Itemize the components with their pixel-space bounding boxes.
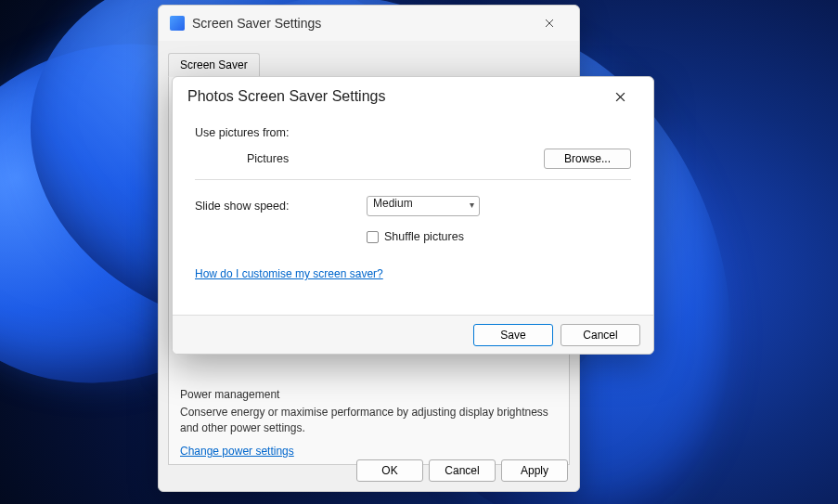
tab-screen-saver[interactable]: Screen Saver	[168, 53, 260, 77]
change-power-settings-link[interactable]: Change power settings	[180, 445, 294, 458]
pictures-folder-name: Pictures	[247, 152, 289, 165]
shuffle-pictures-label: Shuffle pictures	[384, 230, 464, 243]
parent-window-title: Screen Saver Settings	[192, 16, 531, 31]
app-icon	[170, 16, 185, 31]
close-icon	[545, 19, 554, 28]
cancel-button[interactable]: Cancel	[429, 459, 496, 482]
child-close-button[interactable]	[601, 82, 638, 111]
tab-strip: Screen Saver	[168, 52, 570, 77]
browse-button[interactable]: Browse...	[544, 149, 631, 169]
close-icon	[615, 92, 625, 102]
power-management-heading: Power management	[180, 388, 558, 401]
child-footer: Save Cancel	[173, 315, 653, 354]
photos-screen-saver-settings-dialog: Photos Screen Saver Settings Use picture…	[172, 76, 654, 355]
parent-titlebar[interactable]: Screen Saver Settings	[159, 6, 579, 41]
child-window-title: Photos Screen Saver Settings	[187, 88, 601, 105]
apply-button[interactable]: Apply	[501, 459, 568, 482]
parent-close-button[interactable]	[531, 9, 568, 37]
child-titlebar[interactable]: Photos Screen Saver Settings	[173, 77, 653, 116]
slide-show-speed-label: Slide show speed:	[195, 200, 367, 213]
power-management-description: Conserve energy or maximise performance …	[180, 405, 558, 436]
ok-button[interactable]: OK	[356, 459, 423, 482]
child-cancel-button[interactable]: Cancel	[561, 324, 640, 346]
customise-help-link[interactable]: How do I customise my screen saver?	[195, 267, 383, 280]
slide-show-speed-select[interactable]: Medium	[367, 196, 480, 216]
use-pictures-from-label: Use pictures from:	[195, 126, 289, 139]
save-button[interactable]: Save	[473, 324, 553, 346]
separator	[195, 179, 631, 180]
shuffle-pictures-checkbox[interactable]	[367, 231, 379, 243]
